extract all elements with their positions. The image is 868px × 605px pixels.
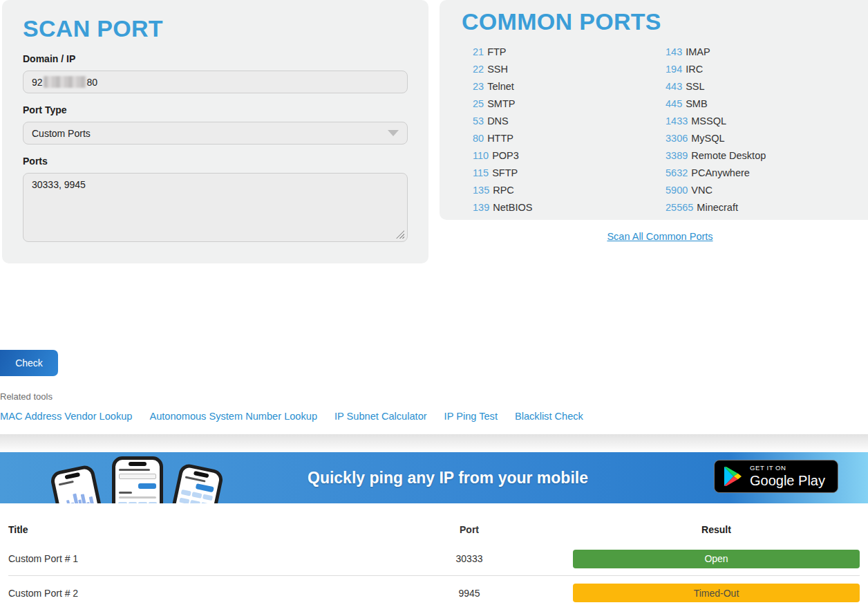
common-port-item[interactable]: 143IMAP: [666, 44, 858, 61]
port-number: 5900: [666, 185, 688, 196]
port-number: 1433: [666, 115, 688, 127]
common-port-item[interactable]: 25SMTP: [473, 95, 666, 113]
port-number: 115: [473, 167, 489, 178]
port-name: POP3: [492, 150, 519, 161]
row-port: 30333: [423, 553, 516, 564]
phone-notch: [194, 471, 209, 478]
scan-all-common-ports-link[interactable]: Scan All Common Ports: [607, 231, 713, 242]
google-play-badge[interactable]: GET IT ON Google Play: [714, 460, 838, 493]
port-number: 25: [473, 98, 484, 109]
ports-textarea[interactable]: 30333, 9945: [23, 173, 408, 242]
port-name: MySQL: [691, 133, 724, 144]
common-ports-title: COMMON PORTS: [462, 8, 858, 35]
related-tool-link[interactable]: MAC Address Vendor Lookup: [0, 411, 132, 422]
scan-port-title: SCAN PORT: [23, 15, 408, 42]
related-tool-link[interactable]: Autonomous System Number Lookup: [149, 411, 317, 422]
port-number: 80: [473, 133, 484, 144]
common-port-item[interactable]: 3389Remote Desktop: [666, 147, 858, 165]
port-number: 22: [473, 64, 484, 75]
resize-handle-icon[interactable]: [396, 230, 404, 239]
port-name: IMAP: [686, 46, 710, 57]
port-number: 135: [473, 185, 489, 196]
common-port-item[interactable]: 135RPC: [473, 182, 666, 199]
common-port-item[interactable]: 25565Minecraft: [666, 199, 858, 216]
common-port-item[interactable]: 443SSL: [666, 78, 858, 95]
common-port-item[interactable]: 194IRC: [666, 61, 858, 78]
port-number: 25565: [666, 202, 693, 213]
port-name: SMB: [686, 98, 707, 109]
port-number: 5632: [666, 167, 688, 178]
google-play-icon: [724, 466, 742, 487]
badge-get-it-on: GET IT ON: [750, 465, 825, 472]
port-type-select[interactable]: Custom Ports: [23, 122, 408, 145]
row-title: Custom Port # 1: [8, 553, 423, 564]
domain-ip-redacted-blur: [44, 76, 86, 88]
ports-value: 30333, 9945: [32, 179, 86, 190]
port-name: VNC: [691, 185, 713, 196]
domain-ip-value-prefix: 92: [32, 77, 43, 88]
port-number: 53: [473, 115, 484, 127]
phone-mockup-left: [49, 464, 111, 503]
row-port: 9945: [423, 588, 516, 599]
chevron-down-icon: [388, 130, 399, 136]
port-name: SSL: [686, 81, 704, 92]
common-port-item[interactable]: 23Telnet: [473, 78, 666, 95]
check-button[interactable]: Check: [0, 350, 58, 376]
badge-google-play: Google Play: [750, 473, 825, 488]
common-port-item[interactable]: 5632PCAnywhere: [666, 165, 858, 182]
port-number: 143: [666, 46, 682, 57]
port-number: 3306: [666, 133, 688, 144]
port-name: Remote Desktop: [691, 150, 766, 161]
common-ports-col-right: 143IMAP194IRC443SSL445SMB1433MSSQL3306My…: [666, 44, 858, 216]
common-port-item[interactable]: 115SFTP: [473, 165, 666, 182]
related-tools-label: Related tools: [0, 391, 868, 402]
common-port-item[interactable]: 445SMB: [666, 95, 858, 113]
table-row: Custom Port # 130333Open: [8, 542, 860, 576]
common-port-item[interactable]: 21FTP: [473, 44, 666, 61]
port-name: Minecraft: [697, 202, 738, 213]
related-tool-link[interactable]: IP Ping Test: [444, 411, 498, 422]
header-title: Title: [8, 524, 423, 535]
row-title: Custom Port # 2: [8, 588, 423, 599]
mobile-app-banner: Quickly ping any IP from your mobile GET…: [0, 452, 868, 503]
domain-ip-input[interactable]: 9280: [23, 71, 408, 93]
port-name: DNS: [487, 115, 509, 127]
section-separator: [0, 434, 868, 452]
common-port-item[interactable]: 1433MSSQL: [666, 113, 858, 130]
scan-all-wrap: Scan All Common Ports: [440, 230, 868, 243]
port-type-selected-value: Custom Ports: [32, 128, 91, 139]
table-row: Custom Port # 29945Timed-Out: [8, 576, 860, 605]
common-ports-grid: 21FTP22SSH23Telnet25SMTP53DNS80HTTP110PO…: [462, 44, 858, 216]
common-port-item[interactable]: 22SSH: [473, 61, 666, 78]
results-rows: Custom Port # 130333OpenCustom Port # 29…: [8, 542, 860, 605]
mini-button: [138, 483, 156, 489]
common-port-item[interactable]: 80HTTP: [473, 130, 666, 147]
related-tool-link[interactable]: IP Subnet Calculator: [334, 411, 427, 422]
port-name: Telnet: [487, 81, 514, 92]
phone-notch: [129, 462, 147, 466]
scan-results-table: Title Port Result Custom Port # 130333Op…: [0, 519, 868, 605]
port-number: 3389: [666, 150, 688, 161]
port-name: SFTP: [492, 167, 518, 178]
scan-port-panel: SCAN PORT Domain / IP 9280 Port Type Cus…: [2, 0, 428, 263]
common-ports-column: COMMON PORTS 21FTP22SSH23Telnet25SMTP53D…: [440, 0, 868, 243]
port-name: SSH: [487, 64, 508, 75]
common-port-item[interactable]: 3306MySQL: [666, 130, 858, 147]
port-name: MSSQL: [691, 115, 726, 127]
port-name: HTTP: [487, 133, 513, 144]
common-port-item[interactable]: 53DNS: [473, 113, 666, 130]
header-port: Port: [423, 524, 516, 535]
port-name: IRC: [686, 64, 703, 75]
common-port-item[interactable]: 139NetBIOS: [473, 199, 666, 216]
header-result: Result: [573, 524, 860, 535]
ports-label: Ports: [23, 156, 408, 167]
common-ports-col-left: 21FTP22SSH23Telnet25SMTP53DNS80HTTP110PO…: [473, 44, 666, 216]
common-port-item[interactable]: 5900VNC: [666, 182, 858, 199]
port-number: 21: [473, 46, 484, 57]
related-tool-link[interactable]: Blacklist Check: [515, 411, 583, 422]
phone-mockups: [55, 456, 228, 503]
port-name: SMTP: [487, 98, 515, 109]
common-port-item[interactable]: 110POP3: [473, 147, 666, 165]
port-number: 110: [473, 150, 489, 161]
port-number: 23: [473, 81, 484, 92]
